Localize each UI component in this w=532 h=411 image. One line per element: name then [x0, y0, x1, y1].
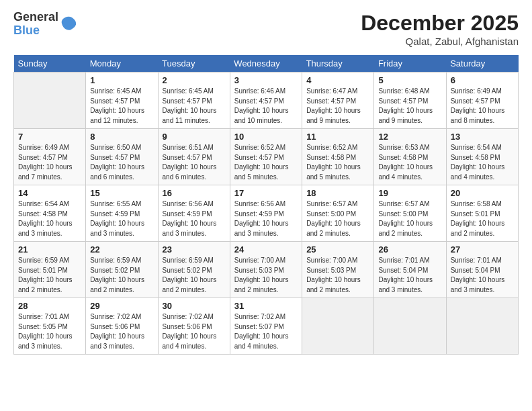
day-number: 31 — [234, 301, 298, 311]
day-header-wednesday: Wednesday — [230, 55, 302, 73]
calendar-table: SundayMondayTuesdayWednesdayThursdayFrid… — [13, 55, 519, 355]
day-number: 12 — [378, 132, 441, 142]
day-number: 13 — [451, 132, 514, 142]
calendar-cell: 1Sunrise: 6:45 AMSunset: 4:57 PMDaylight… — [86, 73, 158, 129]
calendar-cell: 28Sunrise: 7:01 AMSunset: 5:05 PMDayligh… — [14, 298, 86, 355]
day-number: 10 — [234, 132, 298, 142]
day-info: Sunrise: 6:54 AMSunset: 4:58 PMDaylight:… — [451, 143, 514, 182]
calendar-cell: 5Sunrise: 6:48 AMSunset: 4:57 PMDaylight… — [374, 73, 446, 129]
day-header-friday: Friday — [374, 55, 446, 73]
day-header-monday: Monday — [86, 55, 158, 73]
day-number: 1 — [90, 75, 153, 85]
day-info: Sunrise: 6:55 AMSunset: 4:59 PMDaylight:… — [90, 199, 153, 238]
day-number: 8 — [90, 132, 153, 142]
header: General Blue December 2025 Qalat, Zabul,… — [13, 11, 519, 47]
day-info: Sunrise: 7:00 AMSunset: 5:03 PMDaylight:… — [306, 256, 369, 295]
calendar-cell: 17Sunrise: 6:56 AMSunset: 4:59 PMDayligh… — [230, 185, 302, 242]
day-info: Sunrise: 6:58 AMSunset: 5:01 PMDaylight:… — [451, 199, 514, 238]
calendar-cell — [374, 298, 446, 355]
day-number: 29 — [90, 301, 153, 311]
title-block: December 2025 Qalat, Zabul, Afghanistan — [361, 11, 519, 47]
day-info: Sunrise: 6:56 AMSunset: 4:59 PMDaylight:… — [163, 199, 226, 238]
day-info: Sunrise: 6:54 AMSunset: 4:58 PMDaylight:… — [18, 199, 81, 238]
calendar-cell: 16Sunrise: 6:56 AMSunset: 4:59 PMDayligh… — [158, 185, 230, 242]
calendar-cell: 12Sunrise: 6:53 AMSunset: 4:58 PMDayligh… — [374, 129, 446, 185]
day-info: Sunrise: 6:59 AMSunset: 5:02 PMDaylight:… — [163, 256, 226, 295]
calendar-cell: 7Sunrise: 6:49 AMSunset: 4:57 PMDaylight… — [14, 129, 86, 185]
calendar-header-row: SundayMondayTuesdayWednesdayThursdayFrid… — [14, 55, 519, 73]
day-info: Sunrise: 6:57 AMSunset: 5:00 PMDaylight:… — [378, 199, 441, 238]
calendar-cell: 23Sunrise: 6:59 AMSunset: 5:02 PMDayligh… — [158, 242, 230, 298]
day-number: 21 — [18, 244, 81, 255]
day-info: Sunrise: 7:00 AMSunset: 5:03 PMDaylight:… — [234, 256, 298, 295]
calendar-cell: 25Sunrise: 7:00 AMSunset: 5:03 PMDayligh… — [302, 242, 374, 298]
logo-icon — [60, 15, 76, 31]
day-info: Sunrise: 7:01 AMSunset: 5:05 PMDaylight:… — [18, 312, 81, 351]
day-info: Sunrise: 7:02 AMSunset: 5:06 PMDaylight:… — [163, 312, 226, 351]
day-info: Sunrise: 7:02 AMSunset: 5:07 PMDaylight:… — [234, 312, 298, 351]
calendar-cell: 30Sunrise: 7:02 AMSunset: 5:06 PMDayligh… — [158, 298, 230, 355]
day-number: 24 — [234, 244, 298, 255]
calendar-cell: 3Sunrise: 6:46 AMSunset: 4:57 PMDaylight… — [230, 73, 302, 129]
calendar-cell: 31Sunrise: 7:02 AMSunset: 5:07 PMDayligh… — [230, 298, 302, 355]
calendar-cell: 15Sunrise: 6:55 AMSunset: 4:59 PMDayligh… — [86, 185, 158, 242]
day-number: 30 — [163, 301, 226, 311]
calendar-cell — [14, 73, 86, 129]
calendar-cell: 13Sunrise: 6:54 AMSunset: 4:58 PMDayligh… — [446, 129, 518, 185]
week-row-0: 1Sunrise: 6:45 AMSunset: 4:57 PMDaylight… — [14, 73, 519, 129]
day-header-saturday: Saturday — [446, 55, 518, 73]
day-info: Sunrise: 6:57 AMSunset: 5:00 PMDaylight:… — [306, 199, 369, 238]
day-number: 25 — [306, 244, 369, 255]
day-number: 28 — [18, 301, 81, 311]
calendar-cell: 22Sunrise: 6:59 AMSunset: 5:02 PMDayligh… — [86, 242, 158, 298]
day-number: 2 — [163, 75, 226, 85]
day-number: 22 — [90, 244, 153, 255]
day-info: Sunrise: 6:46 AMSunset: 4:57 PMDaylight:… — [234, 87, 298, 126]
day-number: 20 — [451, 188, 514, 198]
week-row-1: 7Sunrise: 6:49 AMSunset: 4:57 PMDaylight… — [14, 129, 519, 185]
calendar-cell: 29Sunrise: 7:02 AMSunset: 5:06 PMDayligh… — [86, 298, 158, 355]
day-number: 9 — [163, 132, 226, 142]
day-info: Sunrise: 6:59 AMSunset: 5:02 PMDaylight:… — [90, 256, 153, 295]
calendar-cell: 21Sunrise: 6:59 AMSunset: 5:01 PMDayligh… — [14, 242, 86, 298]
calendar-cell — [446, 298, 518, 355]
day-number: 19 — [378, 188, 441, 198]
day-number: 23 — [163, 244, 226, 255]
day-number: 27 — [451, 244, 514, 255]
calendar-cell: 18Sunrise: 6:57 AMSunset: 5:00 PMDayligh… — [302, 185, 374, 242]
day-number: 6 — [451, 75, 514, 85]
day-info: Sunrise: 6:48 AMSunset: 4:57 PMDaylight:… — [378, 87, 441, 126]
calendar-cell — [302, 298, 374, 355]
logo-text: General Blue — [13, 11, 58, 38]
day-number: 3 — [234, 75, 298, 85]
calendar-cell: 4Sunrise: 6:47 AMSunset: 4:57 PMDaylight… — [302, 73, 374, 129]
calendar-cell: 24Sunrise: 7:00 AMSunset: 5:03 PMDayligh… — [230, 242, 302, 298]
calendar-cell: 10Sunrise: 6:52 AMSunset: 4:57 PMDayligh… — [230, 129, 302, 185]
logo-line1: General — [13, 11, 58, 24]
day-number: 16 — [163, 188, 226, 198]
week-row-3: 21Sunrise: 6:59 AMSunset: 5:01 PMDayligh… — [14, 242, 519, 298]
day-info: Sunrise: 7:01 AMSunset: 5:04 PMDaylight:… — [451, 256, 514, 295]
week-row-4: 28Sunrise: 7:01 AMSunset: 5:05 PMDayligh… — [14, 298, 519, 355]
calendar-cell: 20Sunrise: 6:58 AMSunset: 5:01 PMDayligh… — [446, 185, 518, 242]
day-header-sunday: Sunday — [14, 55, 86, 73]
calendar-cell: 6Sunrise: 6:49 AMSunset: 4:57 PMDaylight… — [446, 73, 518, 129]
page-title: December 2025 — [361, 11, 519, 36]
calendar-cell: 11Sunrise: 6:52 AMSunset: 4:58 PMDayligh… — [302, 129, 374, 185]
day-number: 7 — [18, 132, 81, 142]
day-info: Sunrise: 6:51 AMSunset: 4:57 PMDaylight:… — [163, 143, 226, 182]
day-number: 4 — [306, 75, 369, 85]
day-info: Sunrise: 6:49 AMSunset: 4:57 PMDaylight:… — [18, 143, 81, 182]
day-info: Sunrise: 6:56 AMSunset: 4:59 PMDaylight:… — [234, 199, 298, 238]
day-info: Sunrise: 6:59 AMSunset: 5:01 PMDaylight:… — [18, 256, 81, 295]
day-info: Sunrise: 6:45 AMSunset: 4:57 PMDaylight:… — [90, 87, 153, 126]
page-container: General Blue December 2025 Qalat, Zabul,… — [0, 0, 532, 361]
logo-line2: Blue — [13, 24, 58, 38]
day-info: Sunrise: 6:53 AMSunset: 4:58 PMDaylight:… — [378, 143, 441, 182]
calendar-cell: 9Sunrise: 6:51 AMSunset: 4:57 PMDaylight… — [158, 129, 230, 185]
day-info: Sunrise: 6:47 AMSunset: 4:57 PMDaylight:… — [306, 87, 369, 126]
day-info: Sunrise: 7:01 AMSunset: 5:04 PMDaylight:… — [378, 256, 441, 295]
calendar-cell: 19Sunrise: 6:57 AMSunset: 5:00 PMDayligh… — [374, 185, 446, 242]
day-info: Sunrise: 6:49 AMSunset: 4:57 PMDaylight:… — [451, 87, 514, 126]
calendar-cell: 27Sunrise: 7:01 AMSunset: 5:04 PMDayligh… — [446, 242, 518, 298]
